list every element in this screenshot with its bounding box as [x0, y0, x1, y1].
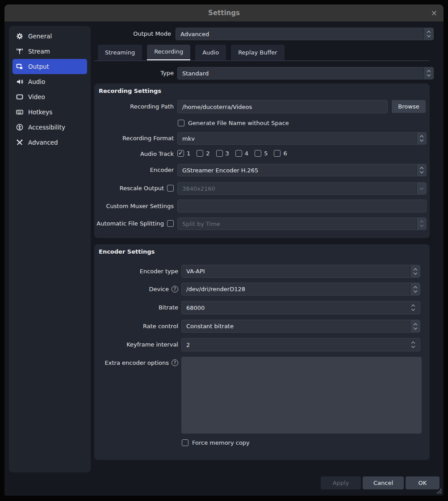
rate-control-label: Rate control [94, 320, 178, 333]
bitrate-value: 68000 [182, 305, 420, 311]
sidebar-item-general[interactable]: General [13, 29, 87, 44]
audio-track-6[interactable]: 6 [274, 150, 287, 157]
auto-split-checkbox[interactable] [167, 220, 174, 227]
rate-control-select[interactable]: Constant bitrate [181, 320, 420, 333]
device-select[interactable]: /dev/dri/renderD128 [181, 283, 420, 296]
titlebar[interactable]: Settings × [4, 4, 444, 21]
sidebar-item-advanced[interactable]: Advanced [13, 135, 87, 150]
encoder-type-select[interactable]: VA-API [181, 265, 420, 278]
combo-arrows-icon[interactable] [423, 28, 433, 40]
recording-format-value: mkv [178, 135, 416, 142]
sidebar-item-output[interactable]: Output [13, 59, 87, 74]
recording-format-label: Recording Format [94, 132, 174, 145]
keyframe-interval-value: 2 [182, 342, 420, 348]
recording-path-label: Recording Path [94, 100, 174, 113]
audio-track-2[interactable]: 2 [197, 150, 209, 157]
audio-track-1[interactable]: 1 [177, 150, 190, 157]
auto-split-label: Automatic File Splitting [94, 217, 164, 230]
sidebar-item-label: General [28, 33, 52, 40]
rescale-output-value: 3840x2160 [178, 185, 416, 192]
monitor-icon [16, 93, 23, 100]
custom-muxer-input[interactable] [177, 200, 427, 213]
sidebar-item-audio[interactable]: Audio [13, 74, 87, 89]
force-memory-copy-row[interactable]: Force memory copy [182, 439, 250, 446]
generate-no-space-row[interactable]: Generate File Name without Space [178, 120, 289, 126]
sidebar-item-label: Video [28, 93, 45, 100]
cancel-button[interactable]: Cancel [363, 476, 404, 489]
tab-recording[interactable]: Recording [147, 45, 190, 60]
rescale-output-checkbox[interactable] [167, 185, 174, 192]
tab-divider [94, 60, 430, 61]
audio-track-5[interactable]: 5 [255, 150, 268, 157]
combo-arrows-icon[interactable] [416, 133, 426, 144]
generate-no-space-checkbox[interactable] [178, 120, 184, 126]
audio-track-label: Audio Track [94, 150, 174, 158]
encoder-select[interactable]: GStreamer Encoder H.265 [177, 164, 427, 176]
generate-no-space-label: Generate File Name without Space [188, 120, 289, 126]
close-icon[interactable]: × [431, 4, 437, 21]
bitrate-label: Bitrate [94, 301, 178, 314]
sidebar-item-accessibility[interactable]: Accessibility [13, 120, 87, 135]
combo-arrow-icon [416, 183, 426, 194]
device-label: Device [149, 286, 169, 292]
combo-arrows-icon[interactable] [410, 283, 420, 295]
apply-button[interactable]: Apply [321, 476, 361, 489]
output-mode-value: Advanced [176, 31, 423, 38]
sidebar-item-hotkeys[interactable]: Hotkeys [13, 104, 87, 120]
settings-window: Settings × General Stream Output Audio V… [4, 4, 444, 496]
device-value: /dev/dri/renderD128 [182, 286, 410, 292]
encoder-settings-title: Encoder Settings [99, 248, 155, 255]
extra-options-textarea[interactable] [181, 357, 422, 434]
tab-replay-buffer[interactable]: Replay Buffer [231, 45, 285, 60]
recording-settings-card: Recording Settings Recording Path /home/… [94, 84, 430, 238]
sidebar-item-video[interactable]: Video [13, 89, 87, 104]
auto-split-select: Split by Time [177, 217, 427, 230]
combo-arrows-icon[interactable] [416, 164, 426, 176]
recording-format-select[interactable]: mkv [177, 132, 427, 145]
audio-track-1-checkbox[interactable] [177, 150, 184, 157]
audio-track-3[interactable]: 3 [216, 150, 229, 157]
audio-track-6-checkbox[interactable] [274, 150, 281, 157]
browse-button[interactable]: Browse [392, 100, 426, 113]
audio-track-row: 1 2 3 4 5 6 [177, 150, 287, 157]
combo-arrows-icon [416, 218, 426, 230]
encoder-label: Encoder [94, 164, 174, 176]
combo-arrows-icon[interactable] [410, 265, 420, 277]
bitrate-spinbox[interactable]: 68000 [181, 301, 420, 314]
output-mode-select[interactable]: Advanced [176, 28, 434, 40]
force-memory-copy-checkbox[interactable] [182, 439, 188, 446]
extra-options-label-row: Extra encoder options ? [94, 358, 178, 367]
recording-path-value: /home/ducoterra/Videos [178, 104, 387, 110]
combo-arrows-icon[interactable] [410, 320, 420, 332]
auto-split-value: Split by Time [178, 221, 416, 227]
audio-track-3-checkbox[interactable] [216, 150, 223, 157]
gear-icon [16, 33, 23, 40]
audio-track-2-checkbox[interactable] [197, 150, 203, 157]
sidebar-item-label: Stream [28, 48, 50, 55]
type-select[interactable]: Standard [177, 67, 434, 79]
extra-options-label: Extra encoder options [105, 359, 169, 366]
keyframe-interval-spinbox[interactable]: 2 [181, 338, 420, 351]
rescale-output-label: Rescale Output [94, 182, 164, 195]
combo-arrows-icon[interactable] [423, 67, 433, 79]
crossed-tools-icon [16, 139, 23, 146]
recording-path-input[interactable]: /home/ducoterra/Videos [177, 100, 388, 113]
recording-settings-title: Recording Settings [99, 88, 161, 94]
encoder-type-value: VA-API [182, 268, 410, 275]
resize-grip-icon[interactable] [435, 488, 442, 494]
audio-track-5-checkbox[interactable] [255, 150, 261, 157]
sidebar-item-label: Output [28, 63, 49, 70]
audio-track-4[interactable]: 4 [235, 150, 248, 157]
device-label-row: Device ? [94, 283, 178, 296]
tab-audio[interactable]: Audio [195, 45, 226, 60]
sidebar-item-stream[interactable]: Stream [13, 44, 87, 59]
help-icon[interactable]: ? [172, 286, 178, 292]
keyboard-icon [16, 109, 23, 116]
rate-control-value: Constant bitrate [182, 323, 410, 330]
output-mode-label: Output Mode [77, 28, 171, 40]
help-icon[interactable]: ? [172, 359, 178, 366]
tab-streaming[interactable]: Streaming [98, 45, 142, 60]
audio-track-4-checkbox[interactable] [235, 150, 242, 157]
ok-button[interactable]: OK [406, 476, 440, 489]
output-tabs: Streaming Recording Audio Replay Buffer [98, 45, 285, 61]
